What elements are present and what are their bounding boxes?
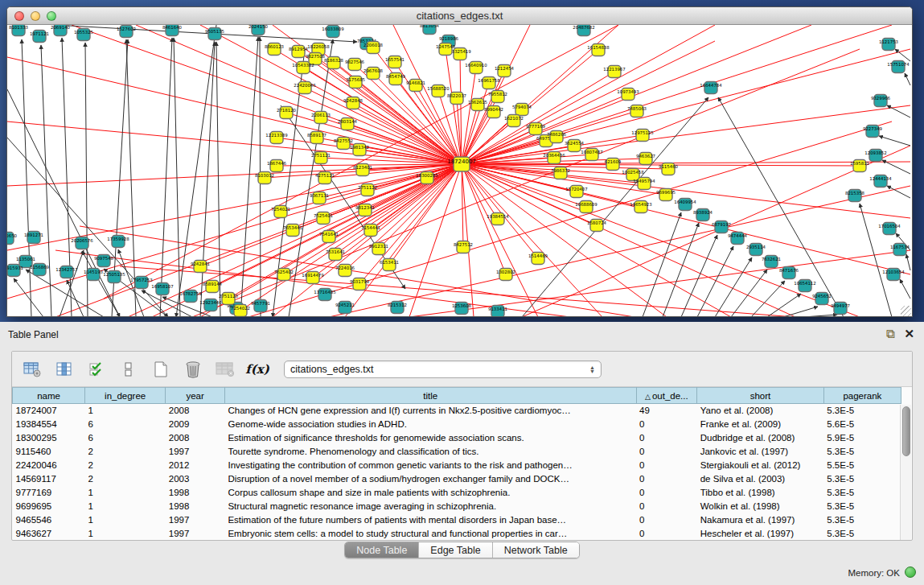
column-header-out_de[interactable]: △out_de... (636, 388, 697, 404)
table-cell[interactable]: 9463627 (13, 527, 85, 541)
network-table-selector[interactable]: citations_edges.txt ▲▼ (284, 360, 602, 378)
table-cell[interactable]: 18724007 (13, 404, 85, 418)
table-row[interactable]: 1872400712008Changes of HCN gene express… (13, 404, 901, 418)
tab-node-table[interactable]: Node Table (345, 542, 419, 558)
table-cell[interactable]: 1997 (166, 527, 225, 541)
table-cell[interactable]: 49 (636, 404, 697, 418)
tab-network-table[interactable]: Network Table (493, 542, 579, 558)
table-cell[interactable]: 0 (636, 431, 697, 445)
table-cell[interactable]: 1 (85, 513, 166, 527)
table-cell[interactable]: Dudbridge et al. (2008) (697, 431, 824, 445)
table-cell[interactable]: 5.3E-5 (823, 513, 901, 527)
network-canvas[interactable]: 8101333197112120691401055325152760284616… (7, 25, 912, 317)
table-cell[interactable]: 5.3E-5 (823, 486, 901, 500)
table-cell[interactable]: 9115460 (13, 445, 85, 459)
resize-grip-icon[interactable] (901, 306, 911, 316)
delete-column-button[interactable] (183, 359, 203, 380)
table-cell[interactable]: 5.6E-5 (823, 418, 901, 431)
table-cell[interactable]: 2 (85, 445, 166, 459)
table-mode-button[interactable] (22, 359, 43, 380)
table-cell[interactable]: 2 (85, 459, 166, 472)
table-cell[interactable]: 0 (636, 472, 697, 486)
table-cell[interactable]: 5.3E-5 (823, 445, 901, 459)
table-cell[interactable]: Tourette syndrome. Phenomenology and cla… (224, 445, 636, 459)
column-header-in_degree[interactable]: in_degree (85, 388, 166, 404)
table-cell[interactable]: 2012 (166, 459, 225, 472)
table-cell[interactable]: 5.3E-5 (823, 404, 901, 418)
table-cell[interactable]: 5.5E-5 (823, 459, 901, 472)
table-cell[interactable]: 5.3E-5 (823, 527, 901, 541)
table-cell[interactable]: 0 (636, 486, 697, 500)
column-header-pagerank[interactable]: pagerank (823, 388, 901, 404)
table-row[interactable]: 1456911722003Disruption of a novel membe… (13, 472, 901, 486)
table-cell[interactable]: Investigating the contribution of common… (224, 459, 636, 472)
toggle-rows-button[interactable] (118, 359, 139, 380)
table-cell[interactable]: 5.9E-5 (823, 431, 901, 445)
table-cell[interactable]: Estimation of significance thresholds fo… (224, 431, 636, 445)
table-cell[interactable]: Tibbo et al. (1998) (697, 486, 824, 500)
table-cell[interactable]: 1 (85, 527, 166, 541)
table-cell[interactable]: 9465546 (13, 513, 85, 527)
table-cell[interactable]: 1997 (166, 513, 225, 527)
table-cell[interactable]: 0 (636, 527, 697, 541)
table-cell[interactable]: 6 (85, 431, 166, 445)
table-cell[interactable]: 5.3E-5 (823, 472, 901, 486)
table-cell[interactable]: 9777169 (13, 486, 85, 500)
table-cell[interactable]: 2008 (166, 431, 225, 445)
table-cell[interactable]: 9699695 (13, 500, 85, 513)
table-cell[interactable]: Jankovic et al. (1997) (697, 445, 824, 459)
table-cell[interactable]: 19384554 (13, 418, 85, 431)
column-header-title[interactable]: title (224, 388, 636, 404)
table-row[interactable]: 977716911998Corpus callosum shape and si… (13, 486, 901, 500)
table-cell[interactable]: 6 (85, 418, 166, 431)
table-cell[interactable]: Genome-wide association studies in ADHD. (224, 418, 636, 431)
table-row[interactable]: 1938455462009Genome-wide association stu… (13, 418, 901, 431)
table-cell[interactable]: Estimation of the future numbers of pati… (224, 513, 636, 527)
table-cell[interactable]: Stergiakouli et al. (2012) (697, 459, 824, 472)
table-cell[interactable]: 1997 (166, 445, 225, 459)
table-cell[interactable]: Yano et al. (2008) (697, 404, 824, 418)
table-cell[interactable]: 1 (85, 404, 166, 418)
table-cell[interactable]: Disruption of a novel member of a sodium… (224, 472, 636, 486)
table-cell[interactable]: Changes of HCN gene expression and I(f) … (224, 404, 636, 418)
table-cell[interactable]: Wolkin et al. (1998) (697, 500, 824, 513)
column-header-short[interactable]: short (697, 388, 824, 404)
float-panel-icon[interactable]: ⧉ (886, 327, 895, 341)
table-cell[interactable]: Hescheler et al. (1997) (697, 527, 824, 541)
table-cell[interactable]: 18300295 (13, 431, 85, 445)
table-row[interactable]: 2242004622012Investigating the contribut… (13, 459, 901, 472)
table-cell[interactable]: 0 (636, 500, 697, 513)
delete-table-button[interactable] (215, 359, 236, 380)
column-header-year[interactable]: year (166, 388, 225, 404)
table-cell[interactable]: Structural magnetic resonance image aver… (224, 500, 636, 513)
table-row[interactable]: 969969511998Structural magnetic resonanc… (13, 500, 901, 513)
table-cell[interactable]: Franke et al. (2009) (697, 418, 824, 431)
table-row[interactable]: 911546021997Tourette syndrome. Phenomeno… (13, 445, 901, 459)
table-row[interactable]: 946554611997Estimation of the future num… (13, 513, 901, 527)
table-cell[interactable]: Nakamura et al. (1997) (697, 513, 824, 527)
table-cell[interactable]: 1 (85, 500, 166, 513)
column-header-name[interactable]: name (13, 388, 85, 404)
table-cell[interactable]: 1998 (166, 486, 225, 500)
table-cell[interactable]: 2 (85, 472, 166, 486)
table-cell[interactable]: 0 (636, 459, 697, 472)
close-panel-icon[interactable]: ✕ (904, 327, 914, 341)
table-cell[interactable]: 1998 (166, 500, 225, 513)
table-cell[interactable]: 22420046 (13, 459, 85, 472)
window-titlebar[interactable]: citations_edges.txt (7, 7, 912, 25)
table-cell[interactable]: 1 (85, 486, 166, 500)
table-cell[interactable]: Corpus callosum shape and size in male p… (224, 486, 636, 500)
create-column-button[interactable] (150, 359, 171, 380)
table-cell[interactable]: Embryonic stem cells: a model to study s… (224, 527, 636, 541)
table-cell[interactable]: 0 (636, 513, 697, 527)
tab-edge-table[interactable]: Edge Table (419, 542, 492, 558)
table-cell[interactable]: de Silva et al. (2003) (697, 472, 824, 486)
table-cell[interactable]: 2009 (166, 418, 225, 431)
table-scrollbar[interactable] (900, 405, 911, 540)
network-canvas-svg[interactable]: 8101333197112120691401055325152760284616… (7, 25, 912, 317)
network-window[interactable]: citations_edges.txt 81013331971121206914… (6, 6, 913, 317)
table-cell[interactable]: 14569117 (13, 472, 85, 486)
table-row[interactable]: 1830029562008Estimation of significance … (13, 431, 901, 445)
table-row[interactable]: 946362711997Embryonic stem cells: a mode… (13, 527, 901, 541)
table-cell[interactable]: 0 (636, 445, 697, 459)
